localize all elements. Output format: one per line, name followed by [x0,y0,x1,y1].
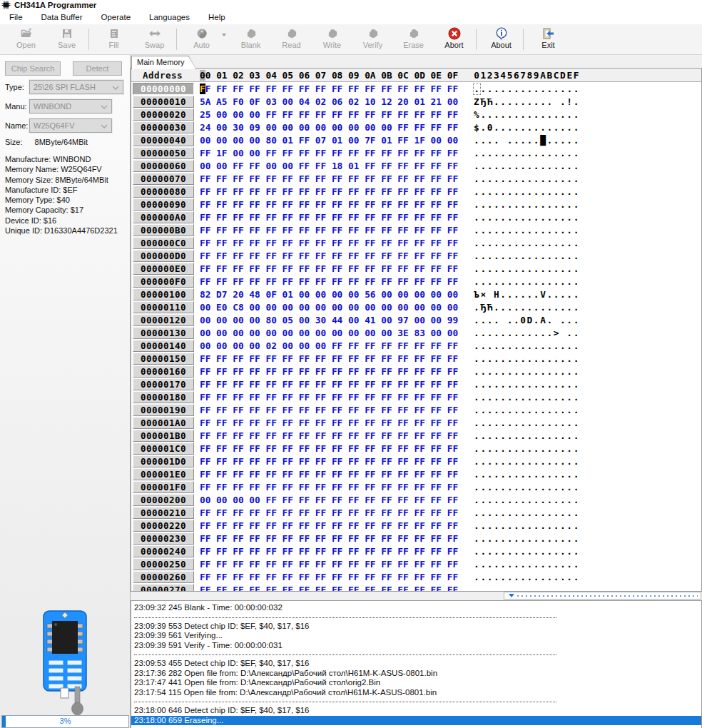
address-cell[interactable]: 00000120 [133,314,194,326]
ascii-text[interactable]: ................ [474,276,580,287]
ascii-text[interactable]: ................ [474,199,580,210]
ascii-text[interactable]: ................ [474,507,580,518]
hex-bytes[interactable]: FF FF FF FF FF FF FF FF FF FF FF FF FF F… [200,251,458,261]
hex-bytes[interactable]: FF FF FF FF FF FF FF FF FF FF FF FF FF F… [200,430,458,441]
address-cell[interactable]: 00000060 [133,160,194,172]
ascii-text[interactable]: ZЂЋ......... .!. [474,96,580,107]
hex-bytes[interactable]: FF FF FF FF FF FF FF FF FF FF FF FF FF F… [200,238,458,248]
address-cell[interactable]: 00000040 [133,134,194,146]
ascii-text[interactable]: ................ [474,495,580,505]
hex-bytes[interactable]: FF FF FF FF FF FF FF FF FF FF FF FF FF F… [200,418,458,428]
hex-bytes[interactable]: FF FF FF FF FF FF FF FF FF FF FF FF FF F… [200,225,458,236]
address-cell[interactable]: 00000250 [133,558,194,570]
address-cell[interactable]: 000001A0 [133,417,194,429]
write-button[interactable]: Write [312,27,352,49]
ascii-text[interactable]: ................ [474,469,580,480]
ascii-text[interactable]: ................ [474,520,580,531]
ascii-text[interactable]: ................ [474,173,580,184]
auto-dropdown-arrow-icon[interactable] [222,34,226,36]
address-cell[interactable]: 00000270 [133,584,194,592]
hex-bytes[interactable]: FF FF FF FF FF FF FF FF FF FF FF FF FF F… [200,520,458,531]
ascii-text[interactable]: ................ [474,379,580,390]
menu-operate[interactable]: Operate [92,13,141,21]
log-line[interactable]: 23:09:32 245 Blank - Time: 00:00:00:032 [131,603,701,613]
hex-bytes[interactable]: FF FF FF FF FF FF FF FF FF FF FF FF FF F… [200,533,458,544]
hex-bytes[interactable]: 25 00 00 00 FF FF FF FF FF FF FF FF FF F… [200,109,458,120]
address-cell[interactable]: 00000210 [133,507,194,519]
address-cell[interactable]: 000000F0 [133,275,194,288]
ascii-text[interactable]: ................ [474,251,580,261]
log-line[interactable]: 23:09:39 591 Verify - Time: 00:00:00:031 [131,641,701,651]
ascii-text[interactable]: ................ [474,353,580,364]
hex-bytes[interactable]: FF FF FF FF FF FF FF FF FF FF FF FF FF F… [200,443,458,454]
address-cell[interactable]: 000000E0 [133,263,194,275]
save-button[interactable]: Save [46,27,87,49]
hex-bytes[interactable]: FF FF FF FF FF FF FF FF FF FF FF FF FF F… [200,212,458,223]
hex-bytes[interactable]: 00 00 00 00 80 01 FF 07 01 00 7F 01 FF 1… [200,135,458,146]
ascii-text[interactable]: .... ..0D.A. ... [474,315,580,325]
detect-button[interactable]: Detect [73,61,122,76]
erase-button[interactable]: Erase [393,27,434,49]
ascii-text[interactable]: ................ [474,533,580,544]
about-button[interactable]: About [481,27,522,49]
hex-bytes[interactable]: FF FF FF FF FF FF FF FF FF FF FF FF FF F… [200,546,458,557]
menu-languages[interactable]: Languages [140,13,199,21]
address-cell[interactable]: 00000030 [133,121,194,133]
verify-button[interactable]: Verify [352,27,393,49]
chip-search-button[interactable]: Chip Search [5,61,61,76]
address-cell[interactable]: 00000180 [133,391,194,403]
address-cell[interactable]: 00000220 [133,520,194,532]
hex-bytes[interactable]: 5A A5 F0 0F 03 00 04 02 06 02 10 12 20 0… [200,96,458,107]
ascii-text[interactable]: ................ [474,559,580,570]
address-cell[interactable]: 000000B0 [133,224,194,236]
hex-bytes[interactable]: FF FF FF FF FF FF FF FF FF FF FF FF FF F… [200,263,458,274]
ascii-text[interactable]: ................ [474,482,580,492]
ascii-text[interactable]: ................ [474,238,580,248]
ascii-text[interactable]: %............... [474,109,580,120]
address-cell[interactable]: 000000C0 [133,237,194,249]
hex-bytes[interactable]: 00 00 00 00 FF FF FF FF FF FF FF FF FF F… [200,495,458,505]
address-cell[interactable]: 00000170 [133,378,194,390]
hex-bytes[interactable]: FF FF FF FF FF FF FF FF FF FF FF FF FF F… [200,366,458,377]
ascii-text[interactable]: ................ [474,392,580,403]
address-cell[interactable]: 000000D0 [133,250,194,262]
ascii-text[interactable]: .... .....█..... [474,135,580,146]
address-cell[interactable]: 00000130 [133,327,194,339]
address-cell[interactable]: 00000190 [133,404,194,416]
ascii-text[interactable]: ................ [474,418,580,428]
hex-bytes[interactable]: FF FF FF FF FF FF FF FF FF FF FF FF FF F… [200,585,458,592]
address-cell[interactable]: 000001D0 [133,455,194,467]
ascii-text[interactable]: ................ [474,430,580,441]
fill-button[interactable]: Fill [93,27,134,49]
log-line[interactable]: 23:17:54 115 Open file from: D:\Александ… [131,688,701,698]
hex-bytes[interactable]: FF FF FF FF FF FF FF FF FF FF FF FF FF F… [200,405,458,415]
ascii-text[interactable]: ................ [474,186,580,197]
address-cell[interactable]: 00000080 [133,186,194,198]
hex-bytes[interactable]: 00 00 00 00 02 00 00 00 FF FF FF FF FF F… [200,340,458,351]
address-cell[interactable]: 00000070 [133,173,194,185]
hex-bytes[interactable]: FF FF FF FF FF FF FF FF FF FF FF FF FF F… [200,469,458,480]
address-cell[interactable]: 00000010 [133,96,194,108]
address-cell[interactable]: 00000100 [133,288,194,300]
ascii-text[interactable]: .ЂЋ............. [474,302,580,313]
auto-button[interactable]: Auto [181,27,222,49]
hex-scroll-slider[interactable] [504,592,701,600]
hex-bytes[interactable]: FF FF FF FF FF FF FF FF FF FF FF FF FF F… [200,456,458,467]
address-cell[interactable]: 00000090 [133,198,194,211]
ascii-text[interactable]: Ъ× H......V..... [474,289,580,300]
exit-button[interactable]: Exit [528,27,569,49]
ascii-text[interactable]: ................ [474,161,580,171]
abort-button[interactable]: Abort [434,27,474,49]
tab-main-memory[interactable]: Main Memory [131,56,189,69]
menu-help[interactable]: Help [199,13,235,21]
ascii-text[interactable]: ................ [474,84,580,94]
log-line[interactable]: 23:17:47 441 Open file from: D:\Александ… [131,678,701,688]
log-line[interactable]: 23:09:53 455 Detect chip ID: $EF, $40, $… [131,659,701,669]
hex-bytes[interactable]: FF FF FF FF FF FF FF FF FF FF FF FF FF F… [200,507,458,518]
address-cell[interactable]: 00000240 [133,545,194,557]
address-cell[interactable]: 000001E0 [133,468,194,480]
log-line[interactable]: 23:18:00 646 Detect chip ID: $EF, $40, $… [131,706,701,716]
ascii-text[interactable]: ............> .. [474,328,580,338]
ascii-text[interactable]: ................ [474,572,580,582]
ascii-text[interactable]: ................ [474,546,580,557]
